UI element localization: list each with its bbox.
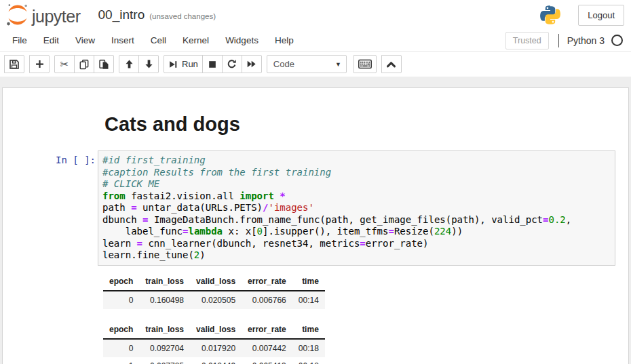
arrow-up-icon [124,59,134,69]
logout-button[interactable]: Logout [578,5,624,26]
keyboard-icon [358,59,372,69]
kernel-name: Python 3 [567,35,605,46]
column-header: train_loss [139,272,190,291]
jupyter-wordmark: jupyter [32,8,81,27]
cut-cell-button[interactable]: ✂ [54,55,75,73]
table-cell: 0.092704 [139,339,190,357]
table-cell: 00:18 [292,357,325,364]
training-results-table: epochtrain_lossvalid_losserror_ratetime0… [103,272,325,309]
cell-type-value: Code [273,59,294,69]
column-header: epoch [103,272,139,291]
menubar: File Edit View Insert Cell Kernel Widget… [0,30,631,52]
cell-type-select[interactable]: Code ▼ [267,55,347,73]
move-cell-up-button[interactable] [119,55,139,73]
training-results-table: epochtrain_lossvalid_losserror_ratetime0… [103,321,325,364]
interrupt-kernel-button[interactable] [202,55,223,73]
chevron-down-icon: ▼ [335,61,341,68]
code-line: # CLICK ME [102,178,611,190]
column-header: valid_loss [190,272,242,291]
arrow-down-icon [144,59,154,69]
table-cell: 0.012449 [190,357,242,364]
table-cell: 00:14 [292,291,325,309]
markdown-heading: Cats and dogs [104,113,240,136]
restart-run-all-button[interactable] [242,55,262,73]
table-cell: 0.160498 [139,291,190,309]
menubar-divider [558,34,559,47]
table-cell: 1 [103,357,139,364]
markdown-cell[interactable]: Cats and dogs [3,102,628,150]
output-area: epochtrain_lossvalid_losserror_ratetime0… [98,266,628,364]
menu-insert[interactable]: Insert [103,31,142,49]
save-button[interactable] [4,55,24,73]
code-line: path = untar_data(URLs.PETS)/'images' [102,202,611,214]
kernel-idle-icon [611,35,623,46]
table-row: 00.1604980.0205050.00676600:14 [103,291,325,309]
code-line: dbunch = ImageDataBunch.from_name_func(p… [102,214,611,226]
table-cell: 0.006766 [242,291,292,309]
notebook-header: jupyter 00_intro (unsaved changes) Logou… [0,0,631,77]
fast-forward-icon [246,59,256,69]
jupyter-logo-icon [5,3,30,27]
scroll-up-button[interactable] [381,55,402,73]
table-row: 10.0277850.0124490.00541300:18 [103,357,325,364]
command-palette-button[interactable] [353,55,377,73]
table-cell: 0 [103,291,139,309]
column-header: valid_loss [190,321,242,339]
step-forward-icon [168,60,178,69]
toolbar: ✂ [0,52,631,77]
stop-icon [208,60,217,69]
table-cell: 0.005413 [242,357,292,364]
menu-view[interactable]: View [67,31,103,49]
restart-kernel-button[interactable] [222,55,242,73]
notebook-container: Cats and dogs In [ ]: #id first_training… [2,87,629,364]
table-cell: 0 [103,339,139,357]
column-header: epoch [103,321,139,339]
code-line: from fastai2.vision.all import * [102,190,611,203]
menu-help[interactable]: Help [267,31,302,49]
markdown-cell-prompt [3,102,98,150]
code-editor[interactable]: #id first_training#caption Results from … [98,150,615,266]
chevron-up-icon [386,60,396,69]
copy-cell-button[interactable] [74,55,94,73]
table-cell: 00:18 [292,339,325,357]
run-label: Run [182,59,198,69]
python-kernel-logo-icon [540,5,560,25]
run-cell-button[interactable]: Run [164,55,203,73]
notebook-title[interactable]: 00_intro [98,7,145,22]
menu-kernel[interactable]: Kernel [174,31,217,49]
code-line: #id first_training [102,155,611,167]
table-cell: 0.017920 [190,339,242,357]
input-prompt: In [ ]: [3,150,98,266]
move-cell-down-button[interactable] [138,55,159,73]
menu-cell[interactable]: Cell [142,31,174,49]
menu-edit[interactable]: Edit [35,31,67,49]
column-header: time [292,321,325,339]
code-cell[interactable]: In [ ]: #id first_training#caption Resul… [3,150,628,266]
menu-widgets[interactable]: Widgets [217,31,267,49]
save-status: (unsaved changes) [149,9,216,20]
restart-icon [227,59,237,69]
jupyter-logo[interactable]: jupyter [5,3,81,27]
code-line: #caption Results from the first training [102,167,611,179]
table-cell: 0.020505 [190,291,242,309]
code-line: learn.fine_tune(2) [102,249,611,262]
column-header: error_rate [242,321,292,339]
paste-icon [98,59,109,70]
table-cell: 0.027785 [139,357,190,364]
table-row: 00.0927040.0179200.00744200:18 [103,339,325,357]
plus-icon [35,59,45,69]
code-line: label_func=lambda x: x[0].isupper(), ite… [102,226,611,238]
add-cell-button[interactable] [29,55,50,73]
column-header: train_loss [139,321,190,339]
column-header: time [292,272,325,291]
column-header: error_rate [242,272,292,291]
code-line: learn = cnn_learner(dbunch, resnet34, me… [102,238,611,250]
copy-icon [79,59,90,70]
paste-cell-button[interactable] [94,55,114,73]
trusted-button[interactable]: Trusted [505,32,549,49]
notebook-site: Cats and dogs In [ ]: #id first_training… [0,77,631,364]
table-cell: 0.007442 [242,339,292,357]
menu-file[interactable]: File [4,31,35,49]
save-icon [9,59,20,70]
scissors-icon: ✂ [60,58,69,70]
